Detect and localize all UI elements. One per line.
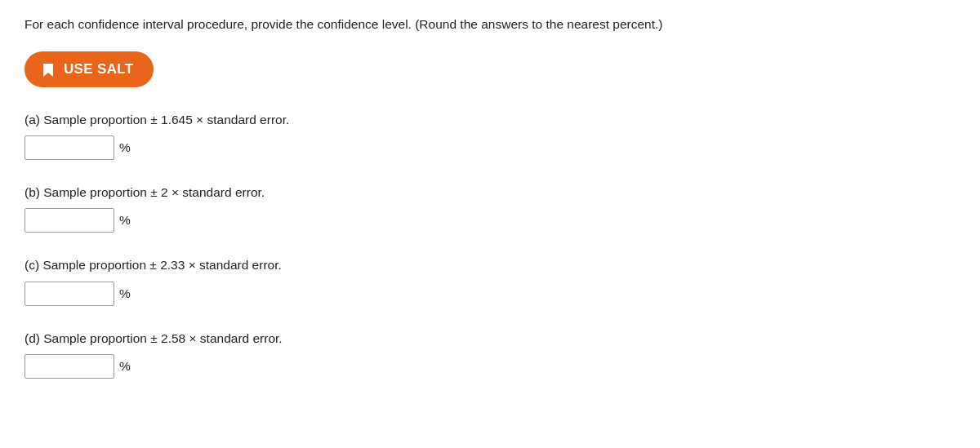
salt-icon xyxy=(39,60,57,79)
answer-input-a[interactable] xyxy=(24,135,114,160)
question-block-a: (a) Sample proportion ± 1.645 × standard… xyxy=(24,110,956,160)
instruction-text: For each confidence interval procedure, … xyxy=(24,15,956,33)
question-block-b: (b) Sample proportion ± 2 × standard err… xyxy=(24,183,956,233)
percent-label-d: % xyxy=(119,359,131,374)
question-block-d: (d) Sample proportion ± 2.58 × standard … xyxy=(24,329,956,379)
percent-label-a: % xyxy=(119,140,131,155)
input-row-d: % xyxy=(24,354,956,379)
percent-label-c: % xyxy=(119,286,131,301)
questions-container: (a) Sample proportion ± 1.645 × standard… xyxy=(24,110,956,379)
answer-input-d[interactable] xyxy=(24,354,114,379)
use-salt-label: USE SALT xyxy=(64,61,134,78)
input-row-a: % xyxy=(24,135,956,160)
input-row-b: % xyxy=(24,208,956,233)
input-row-c: % xyxy=(24,282,956,306)
question-label-b: (b) Sample proportion ± 2 × standard err… xyxy=(24,183,956,202)
question-label-d: (d) Sample proportion ± 2.58 × standard … xyxy=(24,329,956,348)
question-block-c: (c) Sample proportion ± 2.33 × standard … xyxy=(24,255,956,305)
question-label-a: (a) Sample proportion ± 1.645 × standard… xyxy=(24,110,956,129)
question-label-c: (c) Sample proportion ± 2.33 × standard … xyxy=(24,255,956,274)
percent-label-b: % xyxy=(119,213,131,228)
answer-input-b[interactable] xyxy=(24,208,114,233)
answer-input-c[interactable] xyxy=(24,282,114,306)
use-salt-button[interactable]: USE SALT xyxy=(24,51,154,87)
